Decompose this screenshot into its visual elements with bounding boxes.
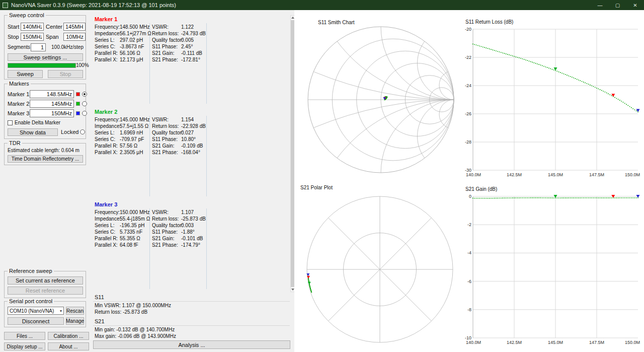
- stop-input[interactable]: [21, 33, 44, 41]
- disconnect-button[interactable]: Disconnect: [8, 317, 64, 325]
- stop-label: Stop: [8, 33, 19, 41]
- marker-data-row: Parallel R:55.355 Ω: [95, 235, 140, 242]
- marker-data-label: S11 Phase:: [152, 229, 181, 235]
- marker-data-row: Series L:-196.35 pH: [95, 222, 144, 229]
- segments-label: Segments: [8, 43, 30, 51]
- maximize-icon[interactable]: ▢: [609, 0, 626, 10]
- marker2-radio[interactable]: [82, 101, 87, 106]
- s11-summary-title: S11: [95, 294, 104, 300]
- polar-chart-canvas[interactable]: [294, 182, 463, 352]
- marker3-input[interactable]: [30, 109, 74, 117]
- marker-data-label: Impedance:: [95, 216, 120, 222]
- svg-text:145.0M: 145.0M: [548, 340, 563, 345]
- marker1-input[interactable]: [30, 90, 74, 98]
- svg-text:147.5M: 147.5M: [589, 340, 604, 345]
- rescan-button[interactable]: Rescan: [66, 307, 84, 315]
- marker-data-label: Parallel X:: [95, 56, 120, 63]
- marker-data-value: -168.04°: [181, 149, 200, 156]
- marker-data-row: Return loss:-24.793 dB: [152, 30, 206, 37]
- s11-return-loss: Return loss: -25.873 dB: [95, 309, 147, 315]
- reference-sweep-group: Reference sweep Set current as reference…: [4, 271, 86, 298]
- scroll-up-icon[interactable]: [291, 16, 294, 20]
- marker-data-value: 55.355 Ω: [120, 235, 140, 242]
- marker-data-row: Impedance:55.4-j185m Ω: [95, 216, 150, 222]
- svg-text:-24: -24: [465, 83, 471, 88]
- set-reference-button[interactable]: Set current as reference: [8, 276, 83, 285]
- stop-button[interactable]: Stop: [48, 70, 83, 78]
- s11-smith-chart[interactable]: S11 Smith Chart: [294, 13, 463, 182]
- about-button[interactable]: About ...: [48, 342, 89, 350]
- marker1-control-row: Marker 1: [5, 90, 86, 98]
- marker-data-label: Quality factor:: [152, 129, 181, 136]
- marker-data-row: Frequency:148.500 MHz: [95, 24, 149, 30]
- s11-return-loss-chart[interactable]: -20-22-24-26-28-30140.0M142.5M145.0M147.…: [463, 18, 644, 182]
- markers-group: Markers Marker 1 Marker 2 Marker 3 Enabl…: [4, 84, 86, 139]
- marker-data-label: Frequency:: [95, 24, 120, 30]
- marker-data-label: Series L:: [95, 37, 120, 43]
- scroll-down-icon[interactable]: [291, 287, 294, 292]
- svg-text:-8: -8: [467, 307, 471, 312]
- marker2-color-swatch[interactable]: [76, 102, 80, 106]
- return-loss-chart-canvas[interactable]: -20-22-24-26-28-30140.0M142.5M145.0M147.…: [463, 18, 644, 182]
- svg-text:147.5M: 147.5M: [589, 172, 604, 177]
- marker-data-row: Series L:1.6969 nH: [95, 129, 143, 136]
- marker-data-value: 0.005: [181, 37, 194, 43]
- manage-button[interactable]: Manage: [66, 317, 84, 325]
- scrollbar-thumb[interactable]: [291, 20, 294, 287]
- marker-data-label: S21 Phase:: [152, 149, 181, 156]
- svg-text:-20: -20: [465, 27, 471, 32]
- marker-data-value: 5.7335 nF: [120, 229, 142, 235]
- marker2-label: Marker 2: [8, 100, 29, 108]
- marker3-color-swatch[interactable]: [76, 111, 80, 115]
- reference-sweep-title: Reference sweep: [8, 268, 54, 274]
- reset-reference-button[interactable]: Reset reference: [8, 287, 83, 295]
- marker-data-value: 148.500 MHz: [120, 24, 149, 30]
- svg-text:-28: -28: [465, 139, 471, 145]
- smith-chart-canvas[interactable]: [294, 13, 463, 182]
- marker3-radio[interactable]: [82, 111, 87, 116]
- show-data-button[interactable]: Show data: [8, 128, 58, 136]
- span-input[interactable]: [63, 33, 86, 41]
- marker-data-value: 55.4-j185m Ω: [120, 216, 150, 222]
- tdr-button[interactable]: Time Domain Reflectometry ...: [8, 155, 83, 163]
- calibration-button[interactable]: Calibration ...: [48, 332, 89, 340]
- serial-port-select[interactable]: COM10 (NanoVNA) ▾: [8, 307, 64, 315]
- divider: [149, 116, 150, 196]
- window-title: NanoVNA Saver 0.3.9 (Sweep: 2021-08-19 1…: [11, 2, 176, 8]
- enable-delta-checkbox[interactable]: [8, 120, 13, 125]
- gain-chart-canvas[interactable]: 0-2-4-6-8-10140.0M142.5M145.0M147.5M150.…: [463, 185, 644, 349]
- sweep-settings-button[interactable]: Sweep settings ...: [8, 53, 83, 61]
- start-input[interactable]: [21, 23, 44, 31]
- minimize-icon[interactable]: —: [591, 0, 609, 10]
- marker1-data-block: Marker 1 Frequency:148.500 MHzImpedance:…: [93, 15, 290, 107]
- marker2-data-block: Marker 2 Frequency:145.000 MHzImpedance:…: [93, 108, 290, 199]
- locked-checkbox[interactable]: [80, 129, 85, 134]
- marker-data-value: 2.3505 µH: [120, 149, 143, 156]
- marker2-input[interactable]: [30, 100, 74, 108]
- s21-polar-chart[interactable]: S21 Polar Plot: [294, 182, 463, 352]
- s21-min-gain: Min gain: -0.132 dB @ 140.700MHz: [95, 327, 175, 332]
- sweep-button[interactable]: Sweep: [8, 70, 43, 78]
- marker-data-label: Impedance:: [95, 30, 120, 37]
- marker-data-row: Series C:-3.8673 nF: [95, 43, 144, 50]
- close-icon[interactable]: ✕: [626, 0, 644, 10]
- marker-data-row: S11 Phase:-1.88°: [152, 229, 195, 235]
- marker3-data-block: Marker 3 Frequency:150.000 MHzImpedance:…: [93, 200, 290, 292]
- center-input[interactable]: [63, 23, 86, 31]
- marker-data-value: 57.56 Ω: [120, 143, 137, 149]
- segments-input[interactable]: [31, 43, 46, 51]
- marker1-radio[interactable]: [82, 92, 87, 97]
- marker1-color-swatch[interactable]: [76, 92, 80, 96]
- analysis-button[interactable]: Analysis ...: [93, 340, 290, 349]
- marker2-data-title: Marker 2: [95, 109, 117, 115]
- marker-data-value: 2.45°: [181, 43, 193, 50]
- marker-data-label: Parallel R:: [95, 235, 120, 242]
- files-button[interactable]: Files ...: [4, 332, 45, 340]
- start-label: Start: [8, 23, 19, 31]
- display-setup-button[interactable]: Display setup ...: [4, 342, 45, 350]
- marker-data-value: 64.08 fF: [120, 242, 138, 248]
- svg-text:-22: -22: [465, 55, 471, 60]
- marker-data-value: 0.027: [181, 129, 194, 136]
- marker-data-label: Return loss:: [152, 30, 181, 37]
- s21-gain-chart[interactable]: 0-2-4-6-8-10140.0M142.5M145.0M147.5M150.…: [463, 185, 644, 349]
